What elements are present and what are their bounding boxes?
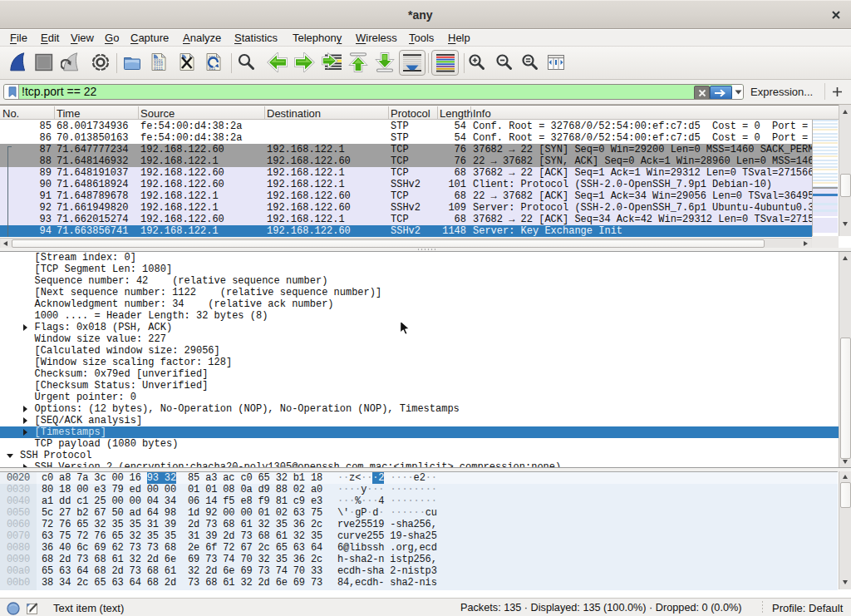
svg-text:0111: 0111 [154,67,163,71]
